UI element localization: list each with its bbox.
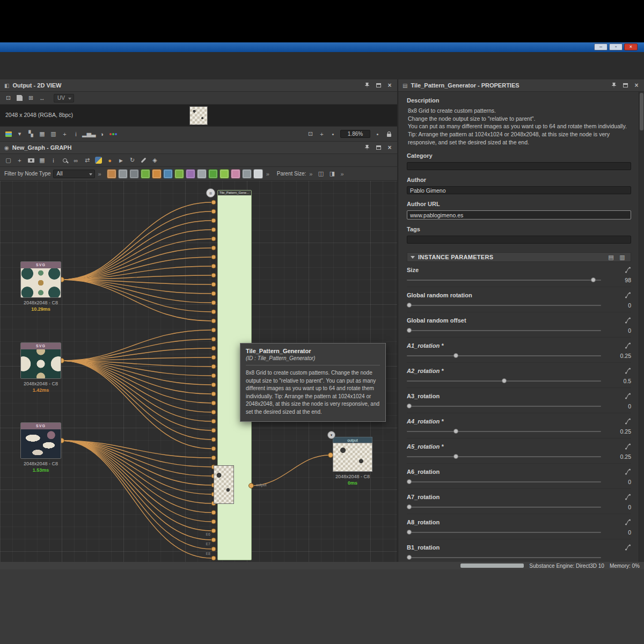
output-node[interactable]: output 2048x2048 - C8 0ms: [333, 437, 372, 486]
parameter-slider[interactable]: [407, 529, 601, 536]
bitmap-node-icon[interactable]: [107, 169, 116, 179]
crosshair-icon[interactable]: +: [60, 129, 70, 139]
function-icon[interactable]: [625, 393, 631, 399]
parameter-slider[interactable]: [407, 478, 601, 486]
gamma-icon[interactable]: ◑: [97, 129, 107, 139]
load-preset-icon[interactable]: ▥: [617, 252, 627, 262]
copy-image-icon[interactable]: ⊞: [26, 93, 36, 103]
close-panel-icon[interactable]: ×: [386, 82, 393, 89]
python-editor-icon[interactable]: [93, 156, 104, 165]
function-icon[interactable]: [625, 267, 631, 273]
float-panel-icon[interactable]: [375, 144, 382, 151]
transform-node-icon[interactable]: [186, 169, 195, 179]
function-icon[interactable]: [625, 519, 631, 525]
marquee-select-icon[interactable]: ▢: [3, 156, 13, 165]
lock-zoom-icon[interactable]: [384, 129, 394, 139]
rotate-icon[interactable]: ↻: [127, 156, 137, 165]
overflow-chevron[interactable]: [339, 171, 345, 177]
parameter-value[interactable]: 0: [608, 479, 631, 485]
slider-handle[interactable]: [453, 353, 458, 358]
graph-canvas[interactable]: Tile_Pattern_Gene... SVG 2048x2048 - C8 …: [0, 181, 397, 562]
pan-tool-icon[interactable]: +: [14, 156, 25, 165]
function-icon[interactable]: [625, 342, 631, 349]
image-tools-icon[interactable]: ⊡: [3, 93, 13, 103]
slider-handle[interactable]: [407, 530, 412, 535]
author-url-field[interactable]: [407, 210, 631, 219]
parameter-slider[interactable]: [407, 276, 601, 284]
parameter-slider[interactable]: [407, 503, 601, 511]
parameter-slider[interactable]: [407, 453, 601, 460]
blur-node-icon[interactable]: [141, 169, 150, 179]
overflow-chevron[interactable]: [308, 171, 313, 177]
properties-scrollbar[interactable]: [639, 92, 644, 562]
pointer-icon[interactable]: ►: [116, 156, 126, 165]
parameter-slider[interactable]: [407, 428, 601, 435]
slider-handle[interactable]: [453, 429, 458, 434]
compact-links-icon[interactable]: ⇄: [82, 156, 92, 165]
slider-handle[interactable]: [407, 328, 412, 333]
parameter-slider[interactable]: [407, 352, 601, 360]
overflow-chevron[interactable]: [97, 171, 103, 177]
parameter-value[interactable]: 0: [608, 529, 631, 536]
view2d-viewport[interactable]: 2048 x 2048 (RGBA, 8bpc): [0, 105, 397, 127]
node-info-icon[interactable]: i: [48, 156, 58, 165]
parameter-value[interactable]: 0: [608, 302, 631, 309]
slider-handle[interactable]: [407, 504, 412, 509]
function-icon[interactable]: [625, 544, 631, 551]
author-field[interactable]: [407, 186, 631, 194]
parameter-slider[interactable]: [407, 302, 601, 309]
tags-field[interactable]: [407, 236, 631, 244]
slider-handle[interactable]: [502, 378, 507, 383]
parameter-slider[interactable]: [407, 327, 601, 334]
close-button[interactable]: ×: [624, 43, 638, 50]
parameter-value[interactable]: 98: [608, 277, 631, 283]
zoom-increase-icon[interactable]: •: [372, 129, 383, 139]
screenshot-icon[interactable]: [26, 156, 36, 165]
parameter-slider[interactable]: [407, 554, 601, 561]
slider-handle[interactable]: [407, 555, 412, 560]
instance-parameters-header[interactable]: INSTANCE PARAMETERS ▤▥: [407, 252, 631, 262]
slider-handle[interactable]: [591, 277, 596, 282]
parameter-value[interactable]: 0: [608, 327, 631, 334]
function-icon[interactable]: [625, 317, 631, 324]
function-icon[interactable]: [625, 443, 631, 450]
parameter-value[interactable]: 0.25: [608, 453, 631, 460]
blend-node-icon[interactable]: [129, 169, 139, 179]
slider-handle[interactable]: [407, 303, 412, 308]
function-icon[interactable]: [625, 368, 631, 374]
display-options-icon[interactable]: ◈: [150, 156, 160, 165]
layers-icon[interactable]: [3, 129, 13, 139]
snap-grid-icon[interactable]: ▦: [37, 156, 47, 165]
minimize-button[interactable]: –: [594, 43, 608, 50]
parameter-slider[interactable]: [407, 377, 601, 385]
function-icon[interactable]: [625, 418, 631, 425]
link-creation-icon[interactable]: ∞: [71, 156, 81, 165]
parameter-value[interactable]: 0: [608, 403, 631, 409]
svg-node-icon[interactable]: [118, 169, 128, 179]
search-icon[interactable]: [60, 156, 70, 165]
node-align-icon[interactable]: ◫: [316, 169, 326, 179]
pin-icon[interactable]: [364, 144, 370, 151]
info-icon[interactable]: i: [71, 129, 81, 139]
node-type-filter-dropdown[interactable]: All: [53, 170, 95, 178]
normal-map-node-icon[interactable]: [242, 169, 252, 179]
channels-icon[interactable]: [108, 129, 118, 139]
save-preset-icon[interactable]: ▤: [606, 252, 616, 262]
function-icon[interactable]: [625, 469, 631, 475]
live-link-icon[interactable]: ●: [105, 156, 115, 165]
shape-node-icon[interactable]: [253, 169, 263, 179]
node-file-icon[interactable]: [206, 188, 215, 197]
float-panel-icon[interactable]: [622, 82, 628, 89]
link-views-icon[interactable]: ↔: [37, 93, 47, 103]
function-icon[interactable]: [625, 292, 631, 298]
parameter-value[interactable]: 0: [608, 504, 631, 510]
properties-panel-header[interactable]: Tile_Pattern_Generator - PROPERTIES ×: [398, 79, 644, 92]
save-image-icon[interactable]: [14, 93, 25, 103]
uniform-color-node-icon[interactable]: [163, 169, 173, 179]
zoom-level-field[interactable]: 1.86%: [340, 130, 370, 138]
curve-node-icon[interactable]: [174, 169, 184, 179]
tile-node-icon[interactable]: [197, 169, 207, 179]
output-save-icon[interactable]: [327, 431, 335, 439]
pin-icon[interactable]: [611, 82, 617, 89]
gradient-node-icon[interactable]: [152, 169, 162, 179]
